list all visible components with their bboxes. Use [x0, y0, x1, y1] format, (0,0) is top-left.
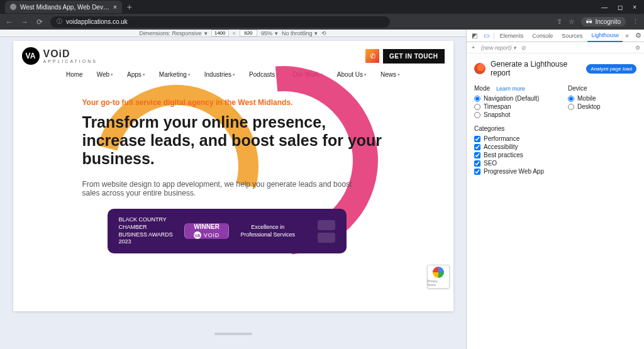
mode-snapshot[interactable]: Snapshot: [474, 111, 543, 119]
cat-performance[interactable]: Performance: [474, 135, 636, 143]
hero-headline: Transform your online presence, increase…: [82, 113, 391, 167]
lighthouse-subbar: ＋ (new report) ▾ ⊘ ⚙: [467, 42, 644, 53]
mode-navigation[interactable]: Navigation (Default): [474, 94, 543, 102]
hero-subcopy: From website design to app development, …: [82, 180, 353, 197]
bookmark-icon[interactable]: ☆: [569, 18, 575, 26]
recaptcha-badge[interactable]: Privacy · Terms: [427, 265, 450, 289]
hero-tagline: Your go-to full service digital agency i…: [82, 98, 391, 107]
site-info-icon[interactable]: ⓘ: [57, 18, 62, 26]
lighthouse-settings-icon[interactable]: ⚙: [635, 45, 640, 51]
award-winner-badge: WINNER VAVOiD: [184, 223, 230, 239]
inspect-icon[interactable]: ◩: [469, 32, 480, 39]
logo-text-main: VOiD: [43, 49, 97, 59]
devtools-tabs: ◩ ▭ | Elements Console Sources Lighthous…: [467, 30, 644, 42]
analyze-button[interactable]: Analyze page load: [586, 64, 636, 74]
lighthouse-title: Generate a Lighthouse report: [491, 60, 581, 77]
rotate-icon[interactable]: ⟲: [321, 30, 326, 36]
award-badges: [318, 220, 335, 243]
url-box[interactable]: ⓘ voidapplications.co.uk: [50, 16, 390, 28]
tab-elements[interactable]: Elements: [496, 30, 528, 42]
nav-industries[interactable]: Industries▾: [204, 71, 235, 78]
window-controls: — ◻ ×: [601, 4, 644, 11]
award-left-text: BLACK COUNTRY CHAMBER BUSINESS AWARDS 20…: [119, 216, 173, 246]
nav-web[interactable]: Web▾: [97, 71, 113, 78]
cat-seo[interactable]: SEO: [474, 159, 636, 167]
tab-console[interactable]: Console: [528, 30, 557, 42]
new-report-button[interactable]: ＋: [470, 43, 476, 52]
award-banner: BLACK COUNTRY CHAMBER BUSINESS AWARDS 20…: [108, 209, 347, 253]
device-toolbar: Dimensions: Responsive ▾ × 95% ▾ No thro…: [0, 30, 466, 37]
incognito-badge[interactable]: 🕶 Incognito: [581, 17, 626, 26]
site-logo[interactable]: VA VOiD APPLICATIONS: [22, 47, 97, 65]
nav-about-us[interactable]: About Us▾: [337, 71, 367, 78]
get-in-touch-button[interactable]: GET IN TOUCH: [383, 49, 444, 64]
tab-title: West Midlands App, Web Dev…: [20, 4, 109, 11]
devtools-settings-icon[interactable]: ⚙: [635, 31, 641, 40]
nav-marketing[interactable]: Marketing▾: [159, 71, 191, 78]
nav-apps[interactable]: Apps▾: [127, 71, 145, 78]
dimensions-dropdown[interactable]: Dimensions: Responsive ▾: [140, 30, 208, 36]
lighthouse-icon: [474, 63, 486, 74]
close-icon[interactable]: ×: [633, 4, 636, 11]
new-tab-button[interactable]: +: [127, 2, 132, 12]
window-titlebar: West Midlands App, Web Dev… × + — ◻ ×: [0, 0, 644, 14]
phone-icon[interactable]: ✆: [365, 49, 379, 63]
devtools-panel: ◩ ▭ | Elements Console Sources Lighthous…: [466, 30, 644, 349]
rendered-page[interactable]: VA VOiD APPLICATIONS ✆ GET IN TOUCH Home…: [13, 41, 453, 311]
categories-label: Categories: [474, 125, 504, 132]
favicon: [10, 4, 16, 10]
tabs-overflow-icon[interactable]: »: [625, 32, 629, 39]
width-input[interactable]: [211, 30, 229, 36]
cat-accessibility[interactable]: Accessibility: [474, 143, 636, 151]
device-mode-icon[interactable]: ▭: [481, 32, 492, 39]
reload-button[interactable]: ⟳: [35, 18, 44, 26]
recaptcha-icon: [433, 267, 444, 278]
incognito-icon: 🕶: [586, 18, 592, 25]
maximize-icon[interactable]: ◻: [618, 4, 623, 11]
nav-news[interactable]: News▾: [380, 71, 400, 78]
device-label: Device: [568, 85, 587, 92]
browser-tab[interactable]: West Midlands App, Web Dev… ×: [5, 1, 122, 13]
menu-icon[interactable]: ⋮: [632, 18, 639, 26]
address-bar: ← → ⟳ ⓘ voidapplications.co.uk ⇪ ☆ 🕶 Inc…: [0, 14, 644, 30]
forward-button[interactable]: →: [20, 18, 29, 26]
device-mobile[interactable]: Mobile: [568, 94, 636, 102]
share-icon[interactable]: ⇪: [557, 18, 562, 26]
throttle-dropdown[interactable]: No throttling ▾: [282, 30, 318, 36]
mode-label: Mode: [474, 85, 490, 92]
cat-best-practices[interactable]: Best practices: [474, 151, 636, 159]
logo-text-sub: APPLICATIONS: [43, 59, 97, 64]
learn-more-link[interactable]: Learn more: [496, 86, 525, 92]
height-input[interactable]: [240, 30, 257, 36]
cat-pwa[interactable]: Progressive Web App: [474, 167, 636, 175]
logo-mark: VA: [22, 47, 40, 65]
close-tab-icon[interactable]: ×: [113, 4, 117, 11]
url-text: voidapplications.co.uk: [66, 18, 128, 25]
back-button[interactable]: ←: [5, 18, 14, 26]
device-desktop[interactable]: Desktop: [568, 102, 636, 111]
minimize-icon[interactable]: —: [601, 4, 608, 11]
resize-handle[interactable]: [214, 333, 252, 335]
award-category: Excellence in Professional Services: [240, 224, 295, 238]
device-viewport: VA VOiD APPLICATIONS ✆ GET IN TOUCH Home…: [0, 37, 466, 349]
clear-icon[interactable]: ⊘: [521, 45, 526, 51]
tab-sources[interactable]: Sources: [558, 30, 586, 42]
tab-lighthouse[interactable]: Lighthouse: [587, 30, 623, 42]
zoom-dropdown[interactable]: 95% ▾: [261, 30, 278, 36]
mode-timespan[interactable]: Timespan: [474, 102, 543, 111]
nav-home[interactable]: Home: [66, 71, 83, 78]
report-dropdown[interactable]: (new report) ▾: [481, 45, 516, 51]
